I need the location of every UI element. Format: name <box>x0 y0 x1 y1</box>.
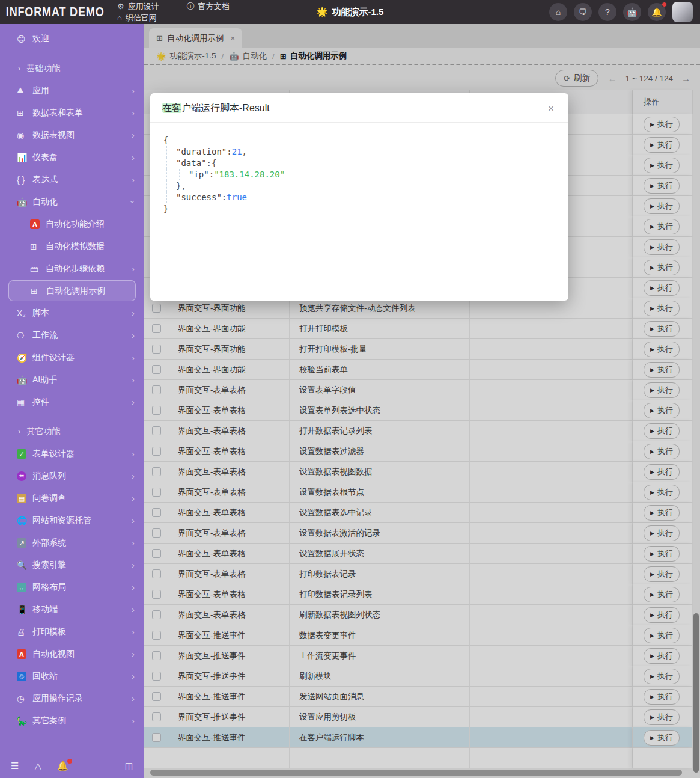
nav-zhixin-site[interactable]: ⌂织信官网 <box>117 13 157 23</box>
sidebar-item-automation-call-demo-label: 自动化调用示例 <box>46 286 126 296</box>
chevron-right-icon: › <box>132 693 135 703</box>
smiley-icon: 😊 <box>17 34 32 44</box>
indent-guide <box>166 180 176 192</box>
chevron-right-icon: › <box>132 308 135 318</box>
footer-bell-icon[interactable]: 🔔 <box>57 761 68 771</box>
json-token: :{ <box>207 158 217 168</box>
sidebar-item-welcome[interactable]: 😊欢迎 <box>0 28 144 50</box>
sidebar-group-other-label: 其它功能 <box>26 426 60 437</box>
sidebar-item-grid-layout-label: 网格布局 <box>32 582 132 593</box>
sidebar-item-automation-mock-data[interactable]: ⊞自动化模拟数据 <box>0 235 144 257</box>
script-result-dialog: 在客户端运行脚本-Result × {"duration":21,"data":… <box>150 93 568 301</box>
sidebar-item-dashboard[interactable]: 📊仪表盘› <box>0 146 144 168</box>
robot-icon: 🤖 <box>17 197 32 207</box>
assistant-button[interactable]: 🤖 <box>623 3 641 21</box>
json-line: "success":true <box>163 192 555 203</box>
chevron-right-icon: › <box>132 493 135 503</box>
sidebar-item-automation-step-deps[interactable]: 🗃自动化步骤依赖› <box>0 257 144 280</box>
sidebar-item-print-template[interactable]: 🖨打印模板› <box>0 620 144 643</box>
arrow-up-right-icon: ↗ <box>17 538 26 548</box>
json-token: : <box>227 147 231 156</box>
chevron-right-icon: › <box>132 538 135 548</box>
sidebar-item-external-systems[interactable]: ↗外部系统› <box>0 531 144 554</box>
footer-menu-icon[interactable]: ☰ <box>11 761 19 771</box>
sidebar-item-automation[interactable]: 🤖自动化› <box>0 191 144 213</box>
notification-badge <box>67 759 72 764</box>
sidebar-item-message-queue[interactable]: ♒消息队列› <box>0 465 144 487</box>
chevron-right-icon: › <box>132 130 135 140</box>
sidebar-item-table-views[interactable]: ◉数据表视图› <box>0 124 144 146</box>
dialog-title-rest: 户端运行脚本-Result <box>181 103 270 113</box>
sidebar-item-grid-layout[interactable]: ↔网格布局› <box>0 576 144 598</box>
json-line: "duration":21, <box>163 146 555 158</box>
sidebar-item-controls[interactable]: ▦控件› <box>0 391 144 413</box>
chevron-right-icon: › <box>132 375 135 385</box>
sidebar-item-expression-label: 表达式 <box>32 174 132 185</box>
sidebar-item-operation-log[interactable]: ◷应用操作记录› <box>0 687 144 709</box>
sidebar-item-search-engine[interactable]: 🔍搜索引擎› <box>0 554 144 576</box>
avatar[interactable] <box>672 2 693 22</box>
sidebar-item-workflow[interactable]: ⎔工作流› <box>0 324 144 346</box>
a-badge-icon: A <box>17 649 26 659</box>
indent-guide <box>166 192 176 203</box>
sidebar-item-automation-call-demo[interactable]: ⊞自动化调用示例 <box>8 280 136 301</box>
sidebar: 😊欢迎›基础功能⛰应用›⊞数据表和表单›◉数据表视图›📊仪表盘›{ }表达式›🤖… <box>0 24 144 778</box>
sidebar-item-dashboard-label: 仪表盘 <box>32 152 132 163</box>
chevron-right-icon: › <box>132 471 135 481</box>
sidebar-item-expression[interactable]: { }表达式› <box>0 168 144 191</box>
sidebar-item-ai-assistant-label: AI助手 <box>32 375 132 385</box>
chevron-right-icon: › <box>132 449 135 459</box>
a-badge-icon: A <box>30 219 46 229</box>
sidebar-item-ai-assistant[interactable]: 🤖AI助手› <box>0 369 144 391</box>
notifications-button[interactable]: 🔔 <box>648 3 666 21</box>
sidebar-item-script[interactable]: X₂脚本› <box>0 302 144 324</box>
sidebar-item-tables-forms[interactable]: ⊞数据表和表单› <box>0 102 144 124</box>
arrow-up-right-icon: ↗ <box>17 538 32 548</box>
clipboard-icon: ▤ <box>17 493 32 504</box>
sidebar-item-recycle-bin[interactable]: ♲回收站› <box>0 665 144 687</box>
sidebar-item-survey[interactable]: ▤问卷调查› <box>0 487 144 509</box>
sidebar-item-automation-mock-data-label: 自动化模拟数据 <box>46 241 135 252</box>
sidebar-item-site-hosting-label: 网站和资源托管 <box>32 515 132 526</box>
aquarius-icon: ♒ <box>17 471 32 482</box>
sidebar-item-automation-view[interactable]: A自动化视图› <box>0 643 144 665</box>
sidebar-item-workflow-label: 工作流 <box>32 330 132 341</box>
sidebar-item-mobile-label: 移动端 <box>32 604 132 615</box>
indent-guide <box>179 169 189 180</box>
widget-icon: ▦ <box>17 397 32 407</box>
sidebar-item-other-cases-label: 其它案例 <box>32 715 132 726</box>
sidebar-item-application[interactable]: ⛰应用› <box>0 79 144 102</box>
nav-app-design[interactable]: ⚙应用设计 <box>117 1 159 12</box>
app-title-badge: 🌟 功能演示-1.5 <box>317 7 384 18</box>
footer-triangle-icon[interactable]: △ <box>34 761 41 771</box>
close-dialog-icon[interactable]: × <box>546 103 556 115</box>
database-icon: 🗃 <box>30 264 46 274</box>
main-content: ⊞ 自动化调用示例 × 🌟功能演示-1.5/🤖自动化/⊞自动化调用示例 ⟳ 刷新… <box>144 24 700 778</box>
sidebar-group-basic[interactable]: ›基础功能 <box>0 57 144 79</box>
nav-official-docs[interactable]: ⓘ官方文档 <box>187 1 230 12</box>
sidebar-item-component-designer[interactable]: 🧭组件设计器› <box>0 346 144 369</box>
json-line: } <box>163 203 555 215</box>
chevron-right-icon: › <box>132 263 135 274</box>
sidebar-item-mobile[interactable]: 📱移动端› <box>0 598 144 620</box>
sidebar-item-form-designer[interactable]: ✓表单设计器› <box>0 443 144 465</box>
sidebar-item-other-cases[interactable]: 🦕其它案例› <box>0 709 144 732</box>
sidebar-group-other[interactable]: ›其它功能 <box>0 420 144 443</box>
chevron-right-icon: › <box>132 108 135 118</box>
sidebar-item-automation-label: 自动化 <box>32 197 132 207</box>
sidebar-item-site-hosting[interactable]: 🌐网站和资源托管› <box>0 509 144 531</box>
json-line: "data":{ <box>163 158 555 169</box>
help-button[interactable]: ? <box>598 3 616 21</box>
topbar-nav: ⚙应用设计ⓘ官方文档 ⌂织信官网 <box>117 0 230 24</box>
feedback-button[interactable]: 🗨 <box>574 3 592 21</box>
sidebar-group-basic-label: 基础功能 <box>26 63 60 74</box>
chevron-right-icon: › <box>132 152 135 162</box>
chevron-right-icon: › <box>18 64 20 73</box>
check-icon: ✓ <box>17 449 32 459</box>
sidebar-item-automation-intro[interactable]: A自动化功能介绍 <box>0 213 144 235</box>
home-button[interactable]: ⌂ <box>549 3 567 21</box>
sidebar-item-recycle-bin-label: 回收站 <box>32 671 132 682</box>
collapse-sidebar-icon[interactable]: ◫ <box>125 761 133 771</box>
gear-icon: ⚙ <box>117 2 124 11</box>
chevron-right-icon: › <box>132 515 135 525</box>
